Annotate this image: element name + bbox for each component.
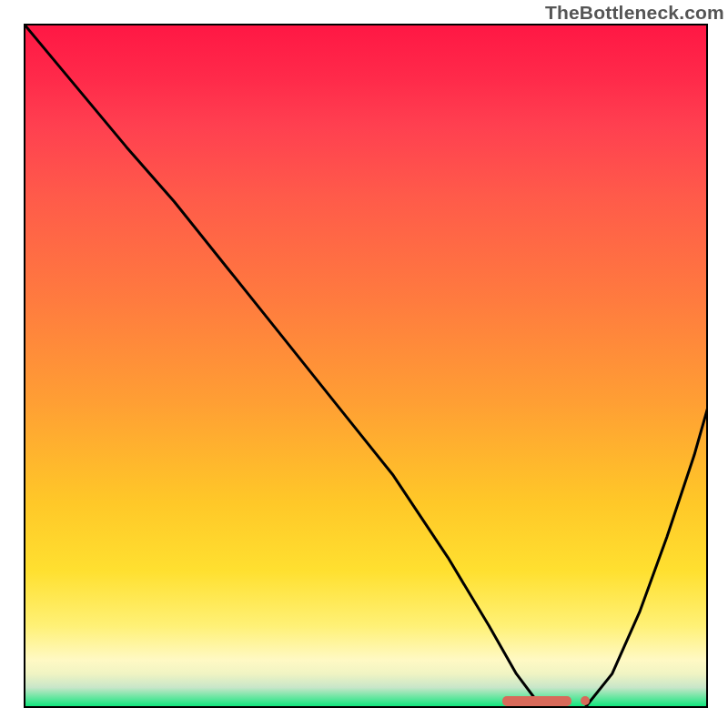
chart-container: TheBottleneck.com <box>0 0 728 728</box>
plot-background-gradient <box>24 24 708 708</box>
optimal-range-marker <box>502 696 571 706</box>
watermark-text: TheBottleneck.com <box>545 2 724 24</box>
